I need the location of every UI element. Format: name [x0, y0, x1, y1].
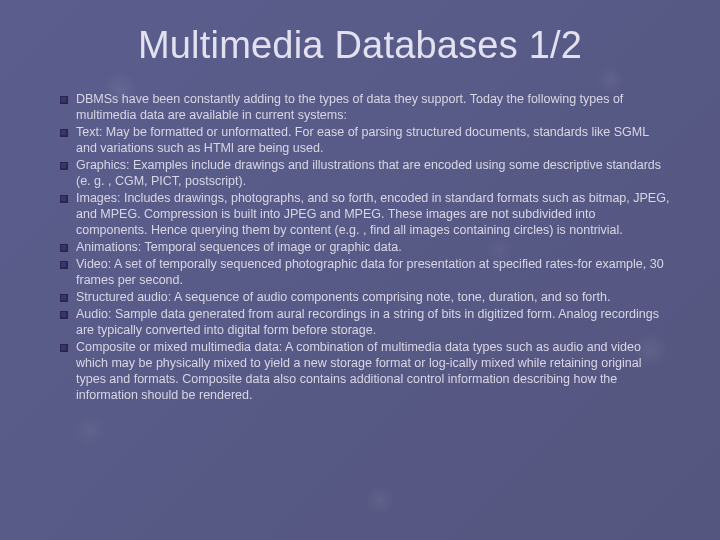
- list-item: Structured audio: A sequence of audio co…: [60, 289, 670, 305]
- slide-title: Multimedia Databases 1/2: [50, 24, 670, 67]
- list-item: Video: A set of temporally sequenced pho…: [60, 256, 670, 288]
- list-item: Composite or mixed multimedia data: A co…: [60, 339, 670, 403]
- list-item: Text: May be formatted or unformatted. F…: [60, 124, 670, 156]
- list-item: DBMSs have been constantly adding to the…: [60, 91, 670, 123]
- list-item: Audio: Sample data generated from aural …: [60, 306, 670, 338]
- list-item: Images: Includes drawings, photographs, …: [60, 190, 670, 238]
- slide: Multimedia Databases 1/2 DBMSs have been…: [0, 0, 720, 540]
- list-item: Animations: Temporal sequences of image …: [60, 239, 670, 255]
- list-item: Graphics: Examples include drawings and …: [60, 157, 670, 189]
- bullet-list: DBMSs have been constantly adding to the…: [50, 91, 670, 403]
